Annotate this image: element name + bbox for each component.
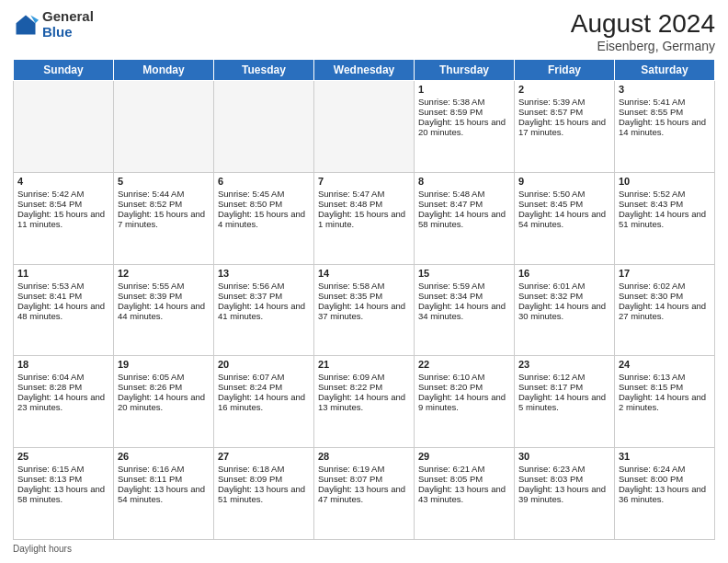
dow-header-saturday: Saturday xyxy=(615,60,715,81)
calendar-body: 1Sunrise: 5:38 AMSunset: 8:59 PMDaylight… xyxy=(14,81,715,540)
day-info: Sunrise: 5:39 AM xyxy=(518,97,610,107)
day-info: Sunset: 8:37 PM xyxy=(218,291,310,301)
day-info: Sunset: 8:00 PM xyxy=(619,474,711,484)
day-info: Sunrise: 5:45 AM xyxy=(218,189,310,199)
day-number: 21 xyxy=(318,359,410,370)
day-info: Sunrise: 5:47 AM xyxy=(318,189,410,199)
day-info: Sunrise: 6:09 AM xyxy=(318,372,410,382)
calendar-cell xyxy=(314,81,415,173)
calendar-cell: 15Sunrise: 5:59 AMSunset: 8:34 PMDayligh… xyxy=(415,264,515,356)
day-info: Sunset: 8:34 PM xyxy=(418,291,510,301)
calendar-cell: 28Sunrise: 6:19 AMSunset: 8:07 PMDayligh… xyxy=(314,448,415,540)
day-number: 20 xyxy=(218,359,310,370)
day-number: 24 xyxy=(619,359,711,370)
calendar-cell: 4Sunrise: 5:42 AMSunset: 8:54 PMDaylight… xyxy=(14,172,114,264)
logo-blue: Blue xyxy=(42,25,94,40)
calendar-cell: 17Sunrise: 6:02 AMSunset: 8:30 PMDayligh… xyxy=(615,264,715,356)
day-info: Sunrise: 5:42 AM xyxy=(17,189,109,199)
logo-general: General xyxy=(42,9,94,25)
day-info: Sunrise: 5:52 AM xyxy=(619,189,711,199)
calendar-cell: 8Sunrise: 5:48 AMSunset: 8:47 PMDaylight… xyxy=(415,172,515,264)
day-info: Daylight: 13 hours and 58 minutes. xyxy=(17,484,109,504)
day-number: 9 xyxy=(518,176,610,187)
day-info: Sunrise: 5:41 AM xyxy=(619,97,711,107)
day-info: Sunset: 8:50 PM xyxy=(218,199,310,209)
day-info: Daylight: 13 hours and 39 minutes. xyxy=(518,484,610,504)
day-info: Sunset: 8:24 PM xyxy=(218,382,310,392)
calendar-cell: 2Sunrise: 5:39 AMSunset: 8:57 PMDaylight… xyxy=(515,81,615,173)
day-info: Sunrise: 6:16 AM xyxy=(118,464,210,474)
calendar-cell: 30Sunrise: 6:23 AMSunset: 8:03 PMDayligh… xyxy=(515,448,615,540)
day-info: Sunrise: 6:12 AM xyxy=(518,372,610,382)
day-info: Daylight: 14 hours and 41 minutes. xyxy=(218,301,310,321)
day-info: Sunrise: 5:59 AM xyxy=(418,281,510,291)
title-block: August 2024 Eisenberg, Germany xyxy=(571,9,715,53)
day-info: Sunset: 8:26 PM xyxy=(118,382,210,392)
day-number: 30 xyxy=(518,451,610,462)
day-info: Sunrise: 6:13 AM xyxy=(619,372,711,382)
day-info: Daylight: 13 hours and 36 minutes. xyxy=(619,484,711,504)
day-info: Sunrise: 5:50 AM xyxy=(518,189,610,199)
day-info: Sunrise: 5:56 AM xyxy=(218,281,310,291)
day-info: Sunset: 8:22 PM xyxy=(318,382,410,392)
day-info: Sunset: 8:39 PM xyxy=(118,291,210,301)
day-info: Sunset: 8:47 PM xyxy=(418,199,510,209)
footer: Daylight hours xyxy=(13,544,715,554)
day-number: 4 xyxy=(17,176,109,187)
day-info: Daylight: 14 hours and 34 minutes. xyxy=(418,301,510,321)
calendar-table: SundayMondayTuesdayWednesdayThursdayFrid… xyxy=(13,59,715,540)
calendar-cell: 11Sunrise: 5:53 AMSunset: 8:41 PMDayligh… xyxy=(14,264,114,356)
calendar-cell: 18Sunrise: 6:04 AMSunset: 8:28 PMDayligh… xyxy=(14,356,114,448)
day-number: 5 xyxy=(118,176,210,187)
calendar-cell: 24Sunrise: 6:13 AMSunset: 8:15 PMDayligh… xyxy=(615,356,715,448)
calendar-cell: 25Sunrise: 6:15 AMSunset: 8:13 PMDayligh… xyxy=(14,448,114,540)
day-info: Daylight: 14 hours and 58 minutes. xyxy=(418,209,510,229)
day-info: Sunset: 8:43 PM xyxy=(619,199,711,209)
day-info: Daylight: 14 hours and 51 minutes. xyxy=(619,209,711,229)
day-number: 8 xyxy=(418,176,510,187)
day-number: 19 xyxy=(118,359,210,370)
day-info: Sunset: 8:13 PM xyxy=(17,474,109,484)
day-number: 11 xyxy=(17,268,109,279)
day-info: Sunrise: 6:05 AM xyxy=(118,372,210,382)
calendar-cell xyxy=(114,81,214,173)
day-number: 10 xyxy=(619,176,711,187)
day-number: 25 xyxy=(17,451,109,462)
day-info: Daylight: 13 hours and 51 minutes. xyxy=(218,484,310,504)
day-info: Sunrise: 6:23 AM xyxy=(518,464,610,474)
day-info: Sunset: 8:59 PM xyxy=(418,107,510,117)
calendar-cell: 14Sunrise: 5:58 AMSunset: 8:35 PMDayligh… xyxy=(314,264,415,356)
day-info: Sunset: 8:30 PM xyxy=(619,291,711,301)
day-info: Sunset: 8:48 PM xyxy=(318,199,410,209)
calendar-cell: 1Sunrise: 5:38 AMSunset: 8:59 PMDaylight… xyxy=(415,81,515,173)
dow-header-tuesday: Tuesday xyxy=(214,60,314,81)
day-of-week-row: SundayMondayTuesdayWednesdayThursdayFrid… xyxy=(14,60,715,81)
day-number: 1 xyxy=(418,84,510,95)
calendar-cell: 10Sunrise: 5:52 AMSunset: 8:43 PMDayligh… xyxy=(615,172,715,264)
day-number: 13 xyxy=(218,268,310,279)
day-info: Daylight: 14 hours and 27 minutes. xyxy=(619,301,711,321)
header: General Blue August 2024 Eisenberg, Germ… xyxy=(13,9,715,53)
day-info: Sunset: 8:11 PM xyxy=(118,474,210,484)
day-info: Sunset: 8:35 PM xyxy=(318,291,410,301)
calendar-cell: 27Sunrise: 6:18 AMSunset: 8:09 PMDayligh… xyxy=(214,448,314,540)
day-info: Sunset: 8:57 PM xyxy=(518,107,610,117)
day-info: Sunset: 8:07 PM xyxy=(318,474,410,484)
calendar-cell: 13Sunrise: 5:56 AMSunset: 8:37 PMDayligh… xyxy=(214,264,314,356)
day-number: 6 xyxy=(218,176,310,187)
day-info: Daylight: 13 hours and 47 minutes. xyxy=(318,484,410,504)
day-info: Sunrise: 5:38 AM xyxy=(418,97,510,107)
day-info: Daylight: 15 hours and 4 minutes. xyxy=(218,209,310,229)
day-number: 3 xyxy=(619,84,711,95)
day-info: Sunset: 8:03 PM xyxy=(518,474,610,484)
calendar-cell: 3Sunrise: 5:41 AMSunset: 8:55 PMDaylight… xyxy=(615,81,715,173)
dow-header-thursday: Thursday xyxy=(415,60,515,81)
calendar-week-4: 18Sunrise: 6:04 AMSunset: 8:28 PMDayligh… xyxy=(14,356,715,448)
dow-header-friday: Friday xyxy=(515,60,615,81)
day-info: Sunrise: 6:24 AM xyxy=(619,464,711,474)
day-info: Daylight: 13 hours and 54 minutes. xyxy=(118,484,210,504)
calendar-cell: 29Sunrise: 6:21 AMSunset: 8:05 PMDayligh… xyxy=(415,448,515,540)
day-number: 18 xyxy=(17,359,109,370)
day-number: 2 xyxy=(518,84,610,95)
day-info: Sunset: 8:54 PM xyxy=(17,199,109,209)
